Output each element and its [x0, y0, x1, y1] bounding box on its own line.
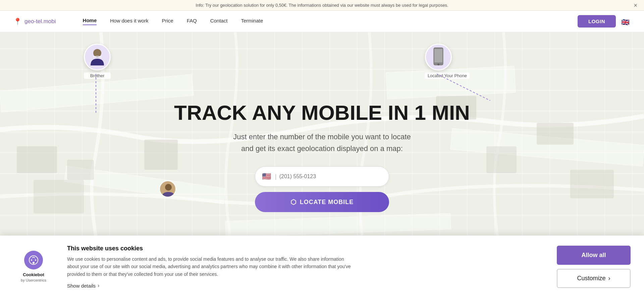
cookie-title: This website uses cookies	[67, 245, 543, 252]
svg-point-16	[31, 259, 32, 261]
nav-link-how[interactable]: How does it work	[110, 18, 148, 25]
brother-dotted-line	[96, 74, 96, 114]
phone-flag: 🇺🇸	[262, 172, 271, 181]
phone-dotted-line	[437, 74, 490, 101]
cookie-consent: Cookiebot by Usercentrics This website u…	[0, 236, 644, 298]
nav-link-faq[interactable]: FAQ	[187, 18, 197, 25]
cookiebot-icon	[24, 251, 43, 269]
info-close-button[interactable]: ×	[634, 2, 637, 9]
locate-btn-label: LOCATE MOBILE	[300, 199, 354, 206]
brother-avatar	[84, 44, 111, 70]
allow-all-button[interactable]: Allow all	[557, 246, 631, 265]
info-text: Info: Try our geolocation solution for o…	[196, 3, 448, 8]
navigation: 📍 geo-tel.mobi Home How does it work Pri…	[0, 11, 644, 32]
cookie-text: We use cookies to personalise content an…	[67, 255, 356, 278]
phone-input-wrapper: 🇺🇸 |	[255, 166, 389, 187]
phone-divider: |	[275, 173, 277, 180]
customize-chevron-icon: ›	[608, 275, 610, 282]
svg-point-13	[165, 184, 172, 191]
show-details-chevron-icon: ›	[98, 283, 99, 289]
cookie-content: This website uses cookies We use cookies…	[67, 245, 543, 289]
customize-label: Customize	[577, 275, 605, 282]
nav-right: LOGIN 🇬🇧	[578, 15, 631, 28]
phone-avatar	[425, 44, 452, 70]
cookie-logo-area: Cookiebot by Usercentrics	[13, 251, 54, 283]
login-button[interactable]: LOGIN	[578, 15, 616, 28]
customize-button[interactable]: Customize ›	[557, 269, 631, 288]
locate-icon: ⬡	[290, 198, 297, 206]
cookie-actions: Allow all Customize ›	[557, 246, 631, 288]
svg-point-8	[93, 49, 101, 57]
small-avatar	[159, 181, 176, 197]
nav-link-price[interactable]: Price	[162, 18, 173, 25]
hero-title: TRACK ANY MOBILE IN 1 MIN	[174, 101, 470, 124]
show-details-label: Show details	[67, 283, 96, 289]
nav-link-home[interactable]: Home	[83, 17, 97, 25]
nav-logo-text: geo-tel.mobi	[24, 18, 56, 25]
svg-point-17	[35, 259, 36, 261]
nav-logo[interactable]: 📍 geo-tel.mobi	[13, 17, 56, 26]
cookiebot-logo: Cookiebot by Usercentrics	[21, 272, 46, 283]
show-details-button[interactable]: Show details ›	[67, 283, 543, 289]
nav-links: Home How does it work Price FAQ Contact …	[83, 17, 578, 25]
hero-subtitle: Just enter the number of the mobile you …	[228, 131, 416, 154]
svg-point-15	[33, 262, 35, 264]
nav-link-terminate[interactable]: Terminate	[241, 18, 263, 25]
language-flag[interactable]: 🇬🇧	[621, 18, 631, 25]
found-phone-marker: Located Your Phone	[425, 44, 470, 79]
locate-button[interactable]: ⬡ LOCATE MOBILE	[255, 192, 389, 212]
brother-label: Brother	[84, 72, 111, 79]
pin-icon: 📍	[13, 17, 22, 26]
phone-input[interactable]	[279, 173, 382, 180]
brother-marker: Brother	[84, 44, 111, 79]
svg-rect-11	[434, 49, 442, 62]
info-bar: Info: Try our geolocation solution for o…	[0, 0, 644, 11]
nav-link-contact[interactable]: Contact	[210, 18, 228, 25]
svg-point-12	[437, 63, 439, 65]
